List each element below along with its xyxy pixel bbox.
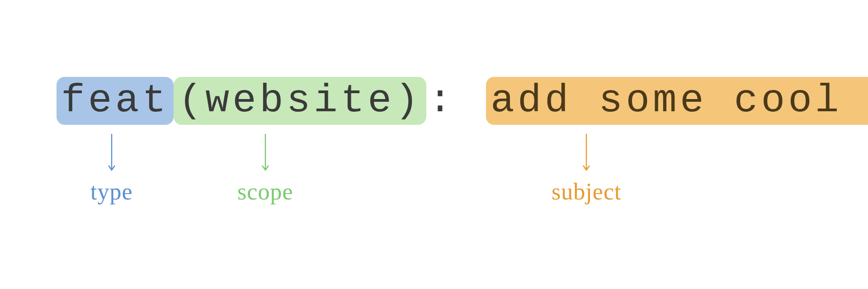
label-type: type [90,178,133,205]
scope-value: website [205,78,395,123]
annotation-scope: scope [237,134,293,205]
label-scope: scope [237,178,293,205]
commit-message-line: feat(website):add some cool stuff [57,77,868,125]
commit-type-token: feat [57,77,174,125]
commit-diagram: feat(website):add some cool stuff type s… [57,77,868,134]
arrow-down-icon [107,134,116,175]
commit-separator: : [426,77,459,125]
annotation-type: type [90,134,133,205]
arrow-down-icon [582,134,591,175]
annotation-subject: subject [552,134,622,205]
commit-subject-token: add some cool stuff [486,77,868,125]
commit-scope-token: (website) [174,77,426,125]
scope-close-paren: ) [395,78,422,123]
scope-open-paren: ( [178,78,205,123]
arrow-down-icon [261,134,270,175]
label-subject: subject [552,178,622,205]
